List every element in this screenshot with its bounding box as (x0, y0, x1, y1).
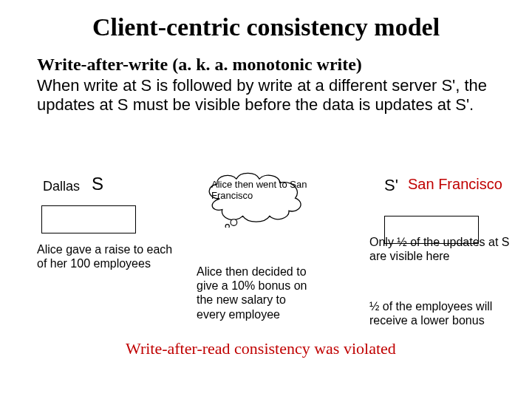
diagram-area: Dallas S Alice gave a raise to each of h… (0, 170, 532, 399)
partial-updates-caption: Only ½ of the updates at S are visible h… (369, 235, 517, 263)
violation-statement: Write-after-read consistency was violate… (126, 339, 396, 358)
server-sprime-label: S' (384, 176, 398, 195)
raise-caption: Alice gave a raise to each of her 100 em… (37, 242, 185, 270)
description: When write at S is followed by write at … (37, 76, 495, 115)
sanfran-label: San Francisco (408, 176, 502, 193)
server-s-box (41, 205, 136, 233)
svg-point-0 (231, 219, 237, 226)
page-title: Client-centric consistency model (0, 13, 532, 41)
svg-point-1 (225, 225, 229, 228)
lower-bonus-caption: ½ of the employees will receive a lower … (369, 299, 525, 327)
cloud-text: Alice then went to San Francisco (211, 180, 307, 202)
bonus-caption: Alice then decided to give a 10% bonus o… (197, 265, 315, 321)
section-heading: Write-after-write (a. k. a. monotonic wr… (37, 55, 495, 75)
dallas-label: Dallas (43, 179, 80, 194)
server-s-label: S (92, 174, 103, 194)
